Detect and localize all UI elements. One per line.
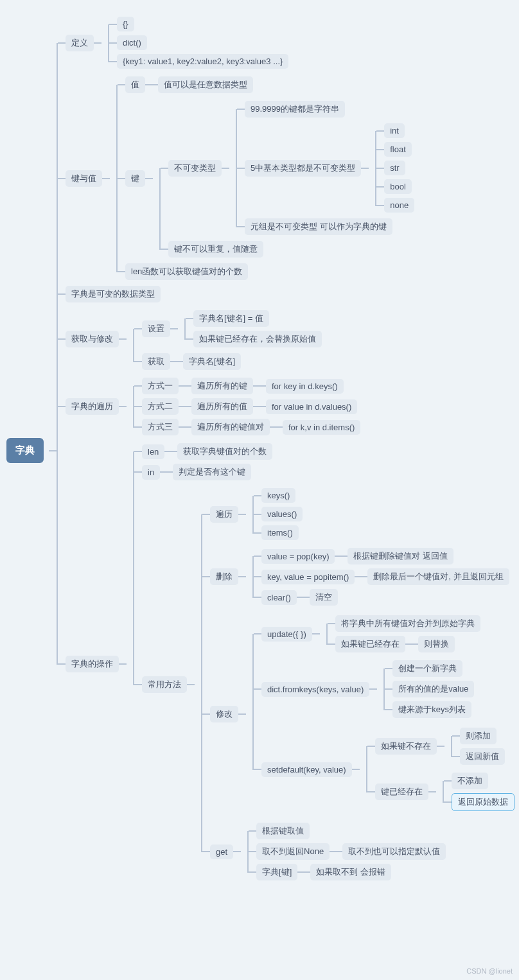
node-sd-return-orig[interactable]: 返回原始数据: [452, 793, 515, 811]
node-way1[interactable]: 方式一: [142, 378, 179, 394]
node-items: items(): [261, 525, 299, 540]
node-definition[interactable]: 定义: [66, 35, 94, 51]
node-fromkeys-keys: 键来源于keys列表: [392, 701, 471, 718]
node-set-syntax: 字典名[键名] = 值: [193, 310, 269, 327]
node-5-basic[interactable]: 5中基本类型都是不可变类型: [245, 160, 361, 177]
node-fromkeys: dict.fromkeys(keys, value): [261, 682, 369, 697]
node-clear-desc: 清空: [310, 589, 338, 606]
node-common-methods[interactable]: 常用方法: [142, 676, 187, 693]
node-get-none: 取不到返回None: [256, 843, 330, 860]
node-way1-code: for key in d.keys(): [266, 379, 344, 394]
node-values: values(): [261, 507, 303, 521]
node-type-float: float: [384, 142, 412, 157]
root-node[interactable]: 字典: [6, 438, 44, 463]
node-op-in[interactable]: in: [142, 465, 160, 480]
node-fromkeys-val: 所有的值的是value: [392, 681, 474, 697]
node-op-len[interactable]: len: [142, 444, 164, 459]
node-get-bykey: 根据键取值: [256, 823, 310, 839]
node-update-merge: 将字典中所有键值对合并到原始字典: [335, 615, 480, 632]
node-def-literal[interactable]: {key1: value1, key2:value2, key3:value3 …: [117, 54, 288, 69]
node-get-set[interactable]: 获取与修改: [66, 331, 119, 347]
node-def-braces[interactable]: {}: [117, 17, 134, 31]
node-no-repeat: 键不可以重复，值随意: [168, 241, 263, 258]
node-m-modify[interactable]: 修改: [210, 706, 238, 722]
node-popitem-desc: 删除最后一个键值对, 并且返回元组: [367, 568, 509, 585]
node-sd-noadd: 不添加: [452, 773, 488, 789]
node-iterate[interactable]: 字典的遍历: [66, 398, 119, 415]
node-most-str: 99.9999的键都是字符串: [245, 101, 345, 118]
node-setdefault: setdefault(key, value): [261, 762, 352, 777]
mindmap-root-container: 字典 定义 {} dict() {key1: value1, key2:valu…: [6, 13, 513, 888]
node-type-bool: bool: [384, 179, 412, 194]
node-way2[interactable]: 方式二: [142, 398, 179, 415]
node-value[interactable]: 值: [125, 76, 145, 93]
node-m-delete[interactable]: 删除: [210, 568, 238, 585]
node-clear: clear(): [261, 590, 297, 605]
node-get-error: 如果取不到 会报错: [310, 864, 391, 880]
node-way2-code: for value in d.values(): [266, 399, 357, 414]
node-m-iter[interactable]: 遍历: [210, 506, 238, 523]
node-popitem: key, value = popitem(): [261, 570, 355, 584]
node-value-desc: 值可以是任意数据类型: [158, 76, 253, 93]
node-key-value[interactable]: 键与值: [66, 170, 102, 187]
node-sd-present: 键已经存在: [375, 783, 428, 800]
node-tuple-key: 元组是不可变类型 可以作为字典的键: [245, 218, 392, 235]
node-sd-add: 则添加: [460, 728, 497, 744]
node-way3-desc: 遍历所有的键值对: [191, 419, 270, 435]
node-way1-desc: 遍历所有的键: [191, 378, 253, 394]
node-def-dict[interactable]: dict(): [117, 35, 147, 50]
node-update: update({ }): [261, 627, 312, 642]
node-keys: keys(): [261, 488, 295, 503]
node-op-len-desc: 获取字典键值对的个数: [177, 443, 272, 460]
node-op-in-desc: 判定是否有这个键: [173, 464, 251, 480]
node-way3[interactable]: 方式三: [142, 419, 179, 435]
node-sd-absent: 如果键不存在: [375, 738, 437, 755]
node-sd-return-new: 返回新值: [460, 748, 505, 765]
node-mutable: 字典是可变的数据类型: [66, 286, 161, 302]
node-set[interactable]: 设置: [142, 320, 170, 337]
node-type-str: str: [384, 161, 405, 175]
node-len-pairs: len函数可以获取键值对的个数: [125, 263, 248, 280]
node-update-exist: 如果键已经存在: [335, 636, 405, 652]
node-update-replace: 则替换: [418, 636, 455, 652]
node-get[interactable]: 获取: [142, 353, 170, 370]
node-fromkeys-new: 创建一个新字典: [392, 660, 462, 677]
node-key[interactable]: 键: [125, 170, 145, 187]
root-children: 定义 {} dict() {key1: value1, key2:value2,…: [57, 13, 515, 888]
node-pop-desc: 根据键删除键值对 返回值: [347, 548, 453, 564]
node-type-none: none: [384, 198, 414, 213]
node-way2-desc: 遍历所有的值: [191, 398, 253, 415]
node-m-get[interactable]: get: [210, 844, 233, 859]
node-get-bracket: 字典[键]: [256, 864, 297, 880]
node-operations[interactable]: 字典的操作: [66, 656, 119, 672]
node-immutable[interactable]: 不可变类型: [168, 160, 222, 177]
node-pop: value = pop(key): [261, 549, 335, 564]
node-type-int: int: [384, 123, 405, 138]
node-way3-code: for k,v in d.items(): [283, 420, 360, 435]
node-get-syntax: 字典名[键名]: [183, 353, 241, 370]
node-set-replace: 如果键已经存在，会替换原始值: [193, 331, 322, 347]
node-get-default: 取不到也可以指定默认值: [342, 843, 446, 860]
